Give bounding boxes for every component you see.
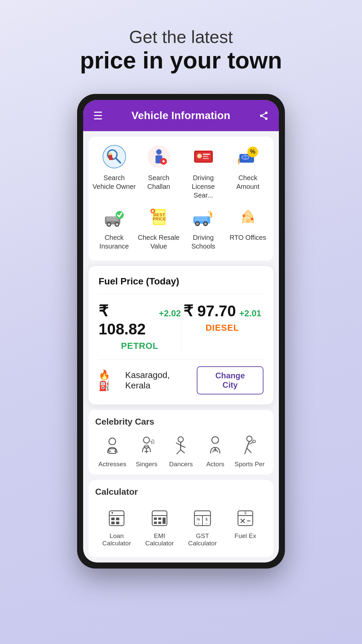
calculator-section-title: Calculator xyxy=(95,487,267,497)
search-challan-item[interactable]: Search Challan xyxy=(137,143,181,200)
svg-point-19 xyxy=(197,154,202,158)
singers-label: Singers xyxy=(136,461,157,468)
calculator-row: Loan Calculator xyxy=(95,504,267,550)
emi-calculator-icon xyxy=(149,507,171,529)
svg-rect-90 xyxy=(158,522,161,524)
svg-point-25 xyxy=(244,156,247,159)
svg-rect-20 xyxy=(203,154,210,155)
phone-screen: ☰ Vehicle Information xyxy=(83,100,279,562)
svg-line-4 xyxy=(262,113,265,115)
fuel-ex-item[interactable]: $ Fuel Ex xyxy=(225,507,265,547)
check-resale-item[interactable]: BEST PRICE Check Resale Value xyxy=(137,203,181,251)
loan-calculator-label: Loan Calculator xyxy=(97,532,137,547)
driving-schools-label: Driving Schools xyxy=(182,233,225,251)
fuel-prices-container: ₹ 108.82 +2.02 PETROL ₹ 97.70 +2.01 DIES… xyxy=(99,293,263,360)
app-header: ☰ Vehicle Information xyxy=(83,100,279,131)
calculator-section: Calculator xyxy=(88,480,274,557)
check-resale-icon: BEST PRICE xyxy=(145,203,172,230)
check-insurance-item[interactable]: Check Insurance xyxy=(93,203,136,251)
share-icon[interactable] xyxy=(259,111,269,121)
city-name-text: Kasaragod, Kerala xyxy=(125,370,197,391)
celebrity-row: Actresses xyxy=(95,434,267,468)
gst-calculator-icon: % $ + − xyxy=(192,507,214,529)
svg-rect-21 xyxy=(203,156,208,157)
fuel-price-card: Fuel Price (Today) ₹ 108.82 +2.02 PETROL… xyxy=(88,266,274,405)
fuel-pump-icon: 🔥⛽ xyxy=(99,369,122,391)
dancers-icon xyxy=(169,434,193,457)
svg-rect-87 xyxy=(158,518,161,520)
svg-text:−: − xyxy=(205,522,207,526)
hamburger-icon[interactable]: ☰ xyxy=(93,110,103,121)
search-vehicle-label: Search Vehicle Owner xyxy=(93,173,136,191)
sports-persons-item[interactable]: Sports Per xyxy=(233,434,266,468)
svg-rect-9 xyxy=(109,157,113,160)
singers-item[interactable]: Singers xyxy=(130,434,164,468)
driving-license-item[interactable]: Driving License Sear... xyxy=(182,143,225,200)
check-resale-label: Check Resale Value xyxy=(137,233,181,251)
svg-line-3 xyxy=(262,116,265,118)
svg-rect-79 xyxy=(116,518,119,520)
city-row: 🔥⛽ Kasaragod, Kerala Change City xyxy=(99,366,263,394)
gst-calculator-item[interactable]: % $ + − GST Calculator xyxy=(182,507,223,547)
svg-text:+: + xyxy=(197,522,199,526)
dancers-item[interactable]: Dancers xyxy=(164,434,198,468)
search-challan-icon xyxy=(145,143,172,170)
svg-rect-78 xyxy=(111,518,115,520)
svg-text:$: $ xyxy=(244,511,246,515)
svg-point-60 xyxy=(178,437,183,442)
rto-offices-item[interactable]: RTO Offices xyxy=(226,203,270,251)
change-city-button[interactable]: Change City xyxy=(197,366,263,394)
driving-license-label: Driving License Sear... xyxy=(182,173,225,200)
dancers-label: Dancers xyxy=(169,461,193,468)
actors-label: Actors xyxy=(206,461,224,468)
svg-rect-88 xyxy=(163,518,166,520)
svg-point-32 xyxy=(116,223,118,226)
sports-persons-icon xyxy=(238,434,261,457)
svg-point-75 xyxy=(253,440,255,443)
driving-schools-item[interactable]: Driving Schools xyxy=(182,203,225,251)
diesel-label: DIESEL xyxy=(205,323,239,333)
svg-text:$: $ xyxy=(205,517,207,521)
petrol-label: PETROL xyxy=(121,341,158,351)
svg-point-0 xyxy=(265,111,268,114)
emi-calculator-item[interactable]: EMI Calculator xyxy=(139,507,180,547)
svg-line-64 xyxy=(177,450,181,454)
app-title: Vehicle Information xyxy=(131,109,230,122)
svg-line-73 xyxy=(245,448,247,454)
search-vehicle-icon xyxy=(101,143,128,170)
svg-line-71 xyxy=(247,441,249,448)
svg-point-45 xyxy=(196,222,199,225)
fuel-ex-label: Fuel Ex xyxy=(235,532,256,540)
svg-point-70 xyxy=(247,436,252,441)
gst-calculator-label: GST Calculator xyxy=(182,532,223,547)
diesel-price-item: ₹ 97.70 +2.01 DIESEL xyxy=(181,302,264,351)
grid-row-1: Search Vehicle Owner Sear xyxy=(92,143,270,200)
svg-point-56 xyxy=(143,437,149,443)
svg-point-66 xyxy=(212,437,219,443)
svg-text:%: % xyxy=(197,517,200,521)
rto-offices-icon xyxy=(235,203,261,230)
actresses-item[interactable]: Actresses xyxy=(96,434,129,468)
headline-title: price in your town xyxy=(80,47,282,74)
loan-calculator-item[interactable]: Loan Calculator xyxy=(97,507,137,547)
check-amount-label: Check Amount xyxy=(226,173,270,191)
petrol-change: +2.02 xyxy=(159,308,181,319)
svg-point-31 xyxy=(108,223,110,226)
svg-line-74 xyxy=(247,448,251,453)
search-vehicle-owner-item[interactable]: Search Vehicle Owner xyxy=(93,143,136,200)
svg-rect-81 xyxy=(116,522,119,524)
headline-subtitle: Get the latest xyxy=(80,27,282,47)
actors-item[interactable]: Actors xyxy=(198,434,232,468)
svg-point-52 xyxy=(109,438,116,445)
svg-rect-89 xyxy=(154,522,157,524)
svg-point-10 xyxy=(109,153,112,155)
check-insurance-icon xyxy=(101,203,128,230)
singers-icon xyxy=(135,434,159,457)
check-amount-item[interactable]: % Check Amount xyxy=(226,143,270,200)
svg-text:PRICE: PRICE xyxy=(153,216,166,221)
loan-calculator-icon xyxy=(106,507,128,529)
svg-rect-91 xyxy=(163,520,166,524)
fuel-card-title: Fuel Price (Today) xyxy=(99,276,263,287)
svg-point-51 xyxy=(247,220,249,222)
check-amount-icon: % xyxy=(235,143,261,170)
